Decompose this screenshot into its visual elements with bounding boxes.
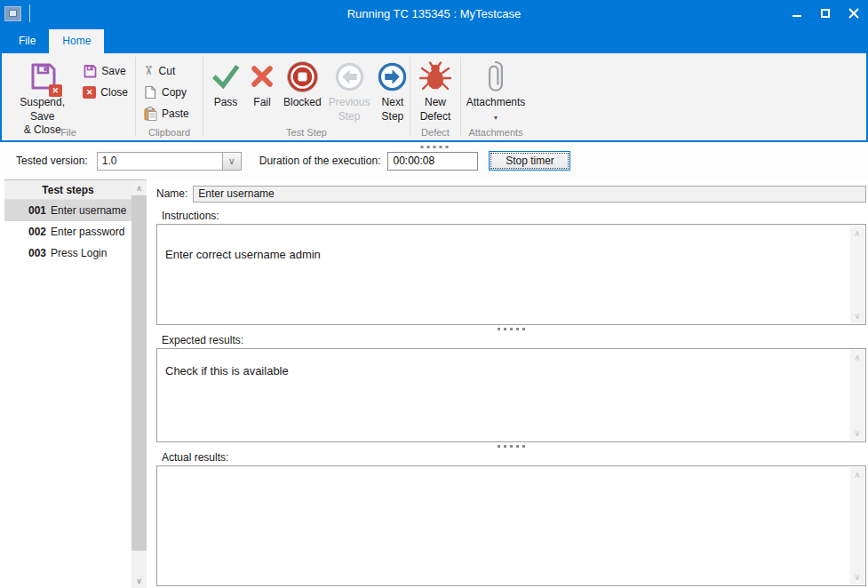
suspend-save-close-icon: ✕ (28, 59, 58, 94)
pass-button[interactable]: Pass (207, 57, 244, 112)
app-icon-glyph (9, 10, 17, 17)
ribbon-group-test-step: Pass Fail Blocked (203, 53, 410, 140)
scroll-down-icon[interactable]: ∨ (854, 572, 860, 582)
close-label: Close (100, 86, 128, 99)
splitter-grip[interactable] (156, 328, 866, 330)
instructions-textarea[interactable]: Enter correct username admin ∧ ∨ (156, 224, 866, 325)
previous-step-label-line1: Previous (329, 96, 370, 110)
title-separator (29, 4, 30, 22)
scroll-up-icon[interactable]: ∧ (131, 180, 147, 195)
attachments-button[interactable]: Attachments ▼ (463, 57, 530, 123)
splitter-grip[interactable] (420, 146, 448, 148)
attachments-dropdown-icon[interactable]: ▼ (493, 115, 499, 121)
parameters-row: Tested version: 1.0 ∨ Duration of the ex… (0, 142, 868, 179)
maximize-icon (821, 9, 830, 18)
close-x-icon: ✕ (83, 86, 96, 99)
pass-label: Pass (214, 96, 238, 108)
actual-results-text (157, 466, 865, 477)
scroll-down-icon[interactable]: ∨ (854, 428, 860, 438)
cut-button[interactable]: ✂ Cut (139, 61, 193, 80)
pass-icon (211, 59, 241, 94)
copy-button[interactable]: Copy (139, 83, 193, 101)
scroll-down-icon[interactable]: ∨ (854, 311, 860, 321)
tab-home[interactable]: Home (49, 29, 104, 53)
stop-timer-label: Stop timer (506, 155, 554, 167)
step-number: 002 (28, 226, 46, 238)
close-ribbon-button[interactable]: ✕ Close (79, 83, 131, 101)
fail-label: Fail (253, 96, 270, 108)
next-step-label-line2: Step (382, 110, 404, 124)
name-field[interactable]: Enter username (193, 186, 866, 203)
stop-timer-button[interactable]: Stop timer (489, 151, 570, 171)
scrollbar-thumb[interactable] (131, 195, 147, 551)
paste-button[interactable]: Paste (139, 104, 193, 123)
group-label-test-step: Test Step (203, 127, 410, 138)
test-steps-list: Test steps 001 Enter username 002 Enter … (4, 180, 131, 588)
badge-x-icon: ✕ (49, 84, 62, 97)
actual-results-label: Actual results: (162, 451, 866, 464)
splitter-grip[interactable] (156, 445, 866, 448)
new-defect-label-line1: New (420, 96, 451, 110)
ribbon-group-clipboard: ✂ Cut Copy (136, 53, 203, 140)
group-label-defect: Defect (410, 127, 460, 138)
tab-file[interactable]: File (5, 29, 49, 53)
ribbon: ✕ Suspend, Save & Close Save ✕ (0, 53, 868, 140)
list-item-step-002[interactable]: 002 Enter password (4, 221, 131, 242)
test-steps-panel: Test steps 001 Enter username 002 Enter … (4, 179, 147, 588)
tested-version-value: 1.0 (98, 153, 222, 170)
blocked-button[interactable]: Blocked (280, 57, 325, 112)
duration-field[interactable] (387, 152, 478, 171)
maximize-button[interactable] (811, 0, 840, 27)
attachments-label: Attachments (466, 96, 526, 108)
expected-results-label: Expected results: (162, 334, 866, 346)
tested-version-select[interactable]: 1.0 ∨ (97, 152, 242, 171)
app-icon[interactable] (4, 6, 21, 21)
minimize-button[interactable] (783, 0, 811, 27)
ribbon-group-attachments: Attachments ▼ Attachments (461, 53, 530, 140)
close-button[interactable] (840, 0, 868, 27)
list-item-step-003[interactable]: 003 Press Login (4, 242, 131, 264)
tested-version-label: Tested version: (16, 155, 88, 167)
paste-icon (143, 107, 157, 121)
expected-results-textarea[interactable]: Check if this is available ∧ ∨ (156, 348, 866, 442)
cut-label: Cut (159, 65, 176, 77)
textarea-scrollbar[interactable]: ∧ ∨ (850, 467, 864, 584)
textarea-scrollbar[interactable]: ∧ ∨ (850, 350, 864, 441)
previous-step-label-line2: Step (329, 110, 370, 124)
fail-button[interactable]: Fail (244, 57, 280, 112)
actual-results-textarea[interactable]: ∧ ∨ (156, 465, 866, 586)
fail-icon (248, 59, 276, 94)
duration-label: Duration of the execution: (259, 155, 381, 167)
cut-icon: ✂ (142, 65, 155, 76)
next-step-label-line1: Next (382, 96, 404, 110)
copy-label: Copy (162, 86, 187, 99)
title-bar: Running TC 135345 : MyTestcase (0, 0, 868, 27)
chevron-down-icon[interactable]: ∨ (222, 153, 241, 170)
textarea-scrollbar[interactable]: ∧ ∨ (850, 226, 864, 323)
scroll-up-icon[interactable]: ∧ (854, 228, 860, 238)
new-defect-button[interactable]: New Defect (416, 57, 455, 125)
list-item-step-001[interactable]: 001 Enter username (4, 200, 131, 221)
new-defect-bug-icon (419, 59, 451, 94)
scroll-down-icon[interactable]: ∨ (131, 573, 147, 588)
window-controls (783, 0, 868, 27)
ribbon-group-defect: New Defect Defect (410, 53, 460, 140)
copy-icon (143, 85, 157, 99)
content-area: Test steps 001 Enter username 002 Enter … (0, 179, 868, 588)
next-step-button[interactable]: Next Step (373, 57, 411, 125)
minimize-icon (792, 15, 801, 17)
blocked-label: Blocked (283, 96, 322, 108)
group-label-clipboard: Clipboard (136, 127, 203, 138)
step-label: Enter password (51, 226, 124, 238)
scrollbar-track[interactable] (131, 195, 147, 573)
scroll-up-icon[interactable]: ∧ (854, 353, 860, 362)
step-label: Press Login (51, 247, 107, 259)
scroll-up-icon[interactable]: ∧ (854, 470, 860, 480)
blocked-icon (286, 59, 319, 94)
save-button[interactable]: Save (79, 61, 131, 80)
name-value: Enter username (198, 187, 274, 200)
name-label: Name: (156, 187, 187, 200)
steps-scrollbar[interactable]: ∧ ∨ (131, 180, 147, 588)
paperclip-icon (487, 59, 505, 94)
instructions-text: Enter correct username admin (157, 225, 865, 265)
